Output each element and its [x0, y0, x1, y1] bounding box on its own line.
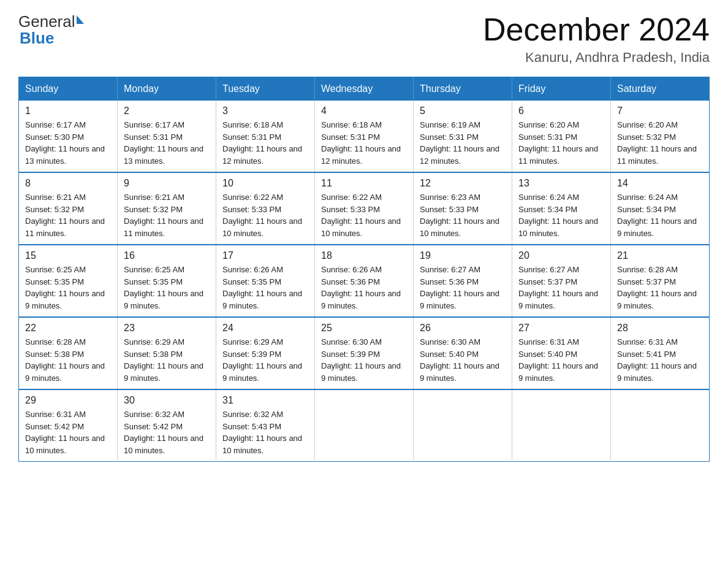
sunset-label: Sunset: 5:42 PM [25, 422, 84, 431]
day-info: Sunrise: 6:21 AM Sunset: 5:32 PM Dayligh… [124, 191, 210, 239]
calendar-day-cell: 2 Sunrise: 6:17 AM Sunset: 5:31 PM Dayli… [118, 101, 216, 172]
sunrise-label: Sunrise: 6:21 AM [25, 193, 86, 202]
daylight-label: Daylight: 11 hours and 11 minutes. [617, 144, 697, 166]
calendar-day-cell [512, 389, 611, 462]
daylight-label: Daylight: 11 hours and 10 minutes. [518, 216, 598, 238]
daylight-label: Daylight: 11 hours and 10 minutes. [420, 216, 499, 238]
sunrise-label: Sunrise: 6:22 AM [321, 193, 382, 202]
day-of-week-header: Monday [118, 77, 216, 101]
day-of-week-header: Friday [512, 77, 611, 101]
calendar-day-cell: 9 Sunrise: 6:21 AM Sunset: 5:32 PM Dayli… [118, 172, 216, 245]
sunset-label: Sunset: 5:37 PM [518, 277, 577, 286]
day-number: 5 [420, 105, 506, 117]
day-number: 27 [518, 323, 604, 334]
calendar-header-row: SundayMondayTuesdayWednesdayThursdayFrid… [19, 77, 710, 101]
day-info: Sunrise: 6:27 AM Sunset: 5:37 PM Dayligh… [518, 264, 604, 312]
calendar-day-cell: 29 Sunrise: 6:31 AM Sunset: 5:42 PM Dayl… [19, 389, 118, 462]
sunrise-label: Sunrise: 6:21 AM [124, 193, 184, 202]
day-number: 3 [222, 105, 308, 117]
day-number: 19 [420, 250, 506, 261]
sunset-label: Sunset: 5:32 PM [124, 205, 183, 214]
day-info: Sunrise: 6:31 AM Sunset: 5:40 PM Dayligh… [518, 336, 604, 384]
calendar-day-cell: 18 Sunrise: 6:26 AM Sunset: 5:36 PM Dayl… [315, 245, 414, 317]
sunrise-label: Sunrise: 6:30 AM [321, 337, 382, 347]
sunset-label: Sunset: 5:31 PM [321, 132, 380, 142]
day-number: 24 [222, 323, 308, 334]
daylight-label: Daylight: 11 hours and 9 minutes. [518, 361, 598, 383]
day-number: 11 [321, 178, 407, 189]
day-of-week-header: Tuesday [216, 77, 315, 101]
daylight-label: Daylight: 11 hours and 9 minutes. [222, 289, 302, 310]
day-number: 12 [420, 178, 506, 189]
sunrise-label: Sunrise: 6:18 AM [321, 120, 382, 129]
calendar-day-cell: 24 Sunrise: 6:29 AM Sunset: 5:39 PM Dayl… [216, 317, 315, 389]
day-of-week-header: Wednesday [315, 77, 414, 101]
day-info: Sunrise: 6:26 AM Sunset: 5:36 PM Dayligh… [321, 264, 407, 312]
day-number: 14 [617, 178, 703, 189]
day-number: 28 [617, 323, 703, 334]
day-number: 31 [222, 395, 308, 406]
daylight-label: Daylight: 11 hours and 13 minutes. [124, 144, 203, 166]
calendar-day-cell: 20 Sunrise: 6:27 AM Sunset: 5:37 PM Dayl… [512, 245, 611, 317]
sunrise-label: Sunrise: 6:24 AM [518, 193, 579, 202]
daylight-label: Daylight: 11 hours and 10 minutes. [124, 434, 203, 455]
day-info: Sunrise: 6:30 AM Sunset: 5:39 PM Dayligh… [321, 336, 407, 384]
sunrise-label: Sunrise: 6:29 AM [222, 337, 283, 347]
calendar-day-cell [414, 389, 512, 462]
day-of-week-header: Saturday [611, 77, 710, 101]
day-number: 20 [518, 250, 604, 261]
sunset-label: Sunset: 5:38 PM [124, 350, 183, 359]
sunrise-label: Sunrise: 6:31 AM [25, 410, 86, 419]
day-number: 8 [25, 178, 111, 189]
day-number: 1 [25, 105, 111, 117]
sunset-label: Sunset: 5:42 PM [124, 422, 183, 431]
calendar-day-cell: 16 Sunrise: 6:25 AM Sunset: 5:35 PM Dayl… [118, 245, 216, 317]
day-number: 9 [124, 178, 210, 189]
sunrise-label: Sunrise: 6:26 AM [321, 265, 382, 274]
sunrise-label: Sunrise: 6:32 AM [124, 410, 184, 419]
sunset-label: Sunset: 5:40 PM [518, 350, 577, 359]
daylight-label: Daylight: 11 hours and 11 minutes. [25, 216, 105, 238]
day-number: 16 [124, 250, 210, 261]
day-info: Sunrise: 6:30 AM Sunset: 5:40 PM Dayligh… [420, 336, 506, 384]
day-info: Sunrise: 6:24 AM Sunset: 5:34 PM Dayligh… [617, 191, 703, 239]
day-number: 7 [617, 105, 703, 117]
daylight-label: Daylight: 11 hours and 11 minutes. [518, 144, 598, 166]
day-number: 30 [124, 395, 210, 406]
day-number: 18 [321, 250, 407, 261]
calendar-week-row: 8 Sunrise: 6:21 AM Sunset: 5:32 PM Dayli… [19, 172, 710, 245]
day-info: Sunrise: 6:28 AM Sunset: 5:37 PM Dayligh… [617, 264, 703, 312]
calendar-day-cell: 30 Sunrise: 6:32 AM Sunset: 5:42 PM Dayl… [118, 389, 216, 462]
sunset-label: Sunset: 5:30 PM [25, 132, 84, 142]
daylight-label: Daylight: 11 hours and 12 minutes. [420, 144, 499, 166]
day-info: Sunrise: 6:19 AM Sunset: 5:31 PM Dayligh… [420, 119, 506, 167]
calendar-day-cell: 14 Sunrise: 6:24 AM Sunset: 5:34 PM Dayl… [611, 172, 710, 245]
sunset-label: Sunset: 5:32 PM [617, 132, 676, 142]
calendar-day-cell: 22 Sunrise: 6:28 AM Sunset: 5:38 PM Dayl… [19, 317, 118, 389]
daylight-label: Daylight: 11 hours and 9 minutes. [321, 361, 401, 383]
calendar-day-cell: 26 Sunrise: 6:30 AM Sunset: 5:40 PM Dayl… [414, 317, 512, 389]
day-number: 15 [25, 250, 111, 261]
calendar-week-row: 1 Sunrise: 6:17 AM Sunset: 5:30 PM Dayli… [19, 101, 710, 172]
calendar-day-cell: 17 Sunrise: 6:26 AM Sunset: 5:35 PM Dayl… [216, 245, 315, 317]
sunset-label: Sunset: 5:31 PM [124, 132, 183, 142]
day-number: 17 [222, 250, 308, 261]
day-info: Sunrise: 6:20 AM Sunset: 5:32 PM Dayligh… [617, 119, 703, 167]
sunset-label: Sunset: 5:36 PM [321, 277, 380, 286]
calendar-day-cell: 10 Sunrise: 6:22 AM Sunset: 5:33 PM Dayl… [216, 172, 315, 245]
calendar-week-row: 15 Sunrise: 6:25 AM Sunset: 5:35 PM Dayl… [19, 245, 710, 317]
daylight-label: Daylight: 11 hours and 9 minutes. [617, 361, 697, 383]
day-info: Sunrise: 6:26 AM Sunset: 5:35 PM Dayligh… [222, 264, 308, 312]
day-number: 2 [124, 105, 210, 117]
sunrise-label: Sunrise: 6:25 AM [25, 265, 86, 274]
daylight-label: Daylight: 11 hours and 9 minutes. [617, 216, 697, 238]
calendar-day-cell: 4 Sunrise: 6:18 AM Sunset: 5:31 PM Dayli… [315, 101, 414, 172]
sunset-label: Sunset: 5:36 PM [420, 277, 479, 286]
day-info: Sunrise: 6:29 AM Sunset: 5:38 PM Dayligh… [124, 336, 210, 384]
calendar-day-cell: 25 Sunrise: 6:30 AM Sunset: 5:39 PM Dayl… [315, 317, 414, 389]
day-number: 22 [25, 323, 111, 334]
sunrise-label: Sunrise: 6:18 AM [222, 120, 283, 129]
calendar-day-cell: 1 Sunrise: 6:17 AM Sunset: 5:30 PM Dayli… [19, 101, 118, 172]
day-info: Sunrise: 6:29 AM Sunset: 5:39 PM Dayligh… [222, 336, 308, 384]
daylight-label: Daylight: 11 hours and 9 minutes. [420, 361, 499, 383]
